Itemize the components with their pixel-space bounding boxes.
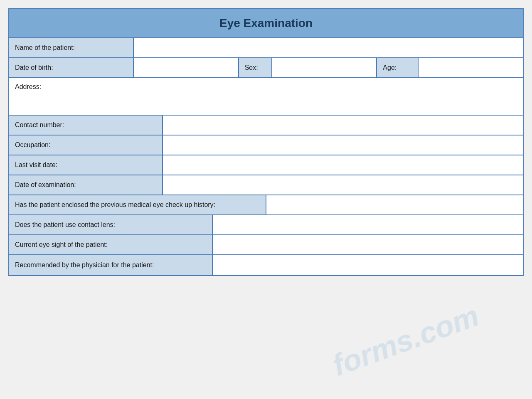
age-value[interactable] <box>419 58 523 77</box>
occupation-label: Occupation: <box>9 135 163 155</box>
contact-lens-label: Does the patient use contact lens: <box>9 215 213 234</box>
history-label: Has the patient enclosed the previous me… <box>9 195 266 214</box>
sex-label: Sex: <box>239 58 272 77</box>
row-occupation: Occupation: <box>9 135 523 155</box>
row-eyesight: Current eye sight of the patient: <box>9 235 523 255</box>
eyesight-label: Current eye sight of the patient: <box>9 235 213 254</box>
contact-label: Contact number: <box>9 116 163 135</box>
last-visit-value[interactable] <box>163 155 523 175</box>
row-exam-date: Date of examination: <box>9 175 523 195</box>
row-contact-lens: Does the patient use contact lens: <box>9 215 523 235</box>
exam-date-value[interactable] <box>163 175 523 195</box>
row-history: Has the patient enclosed the previous me… <box>9 195 523 215</box>
last-row-value[interactable] <box>213 255 523 275</box>
row-patient-name: Name of the patient: <box>9 38 523 58</box>
contact-value[interactable] <box>163 116 523 135</box>
last-visit-label: Last visit date: <box>9 155 163 175</box>
form-title: Eye Examination <box>9 9 523 38</box>
sex-value[interactable] <box>272 58 377 77</box>
last-row-label: Recommended by the physician for the pat… <box>9 255 213 275</box>
exam-date-label: Date of examination: <box>9 175 163 195</box>
address-label: Address: <box>15 83 41 90</box>
dob-value[interactable] <box>134 58 239 77</box>
age-label: Age: <box>377 58 419 77</box>
row-last-visit: Last visit date: <box>9 155 523 175</box>
row-dob: Date of birth: Sex: Age: <box>9 58 523 78</box>
contact-lens-value[interactable] <box>213 215 523 234</box>
dob-label: Date of birth: <box>9 58 134 77</box>
history-value[interactable] <box>266 195 523 214</box>
row-last: Recommended by the physician for the pat… <box>9 255 523 275</box>
name-label: Name of the patient: <box>9 38 134 57</box>
watermark: forms.com <box>328 298 483 383</box>
row-address: Address: <box>9 78 523 116</box>
form-container: Eye Examination Name of the patient: Dat… <box>8 8 524 276</box>
occupation-value[interactable] <box>163 135 523 155</box>
eyesight-value[interactable] <box>213 235 523 254</box>
name-value[interactable] <box>134 38 523 57</box>
row-contact-number: Contact number: <box>9 116 523 135</box>
